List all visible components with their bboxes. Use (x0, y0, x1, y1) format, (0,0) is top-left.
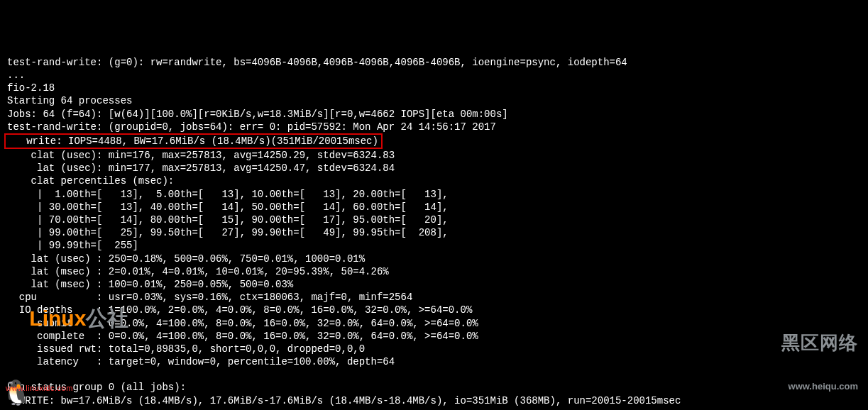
line: lat (usec) : 250=0.18%, 500=0.06%, 750=0… (7, 253, 365, 265)
line: | 30.00th=[ 13], 40.00th=[ 14], 50.00th=… (7, 201, 449, 213)
line: | 1.00th=[ 13], 5.00th=[ 13], 10.00th=[ … (7, 189, 449, 200)
line: complete : 0=0.0%, 4=100.0%, 8=0.0%, 16=… (7, 331, 478, 342)
line: lat (usec): min=177, max=257813, avg=142… (7, 162, 395, 174)
line: fio-2.18 (7, 82, 55, 94)
line: submit : 0=0.0%, 4=100.0%, 8=0.0%, 16=0.… (7, 318, 478, 329)
line: Starting 64 processes (7, 95, 132, 106)
line: | 99.00th=[ 25], 99.50th=[ 27], 99.90th=… (7, 227, 449, 238)
line: latency : target=0, window=0, percentile… (7, 356, 395, 367)
line: test-rand-write: (groupid=0, jobs=64): e… (7, 121, 496, 133)
terminal-output: test-rand-write: (g=0): rw=randwrite, bs… (7, 56, 861, 410)
line: | 70.00th=[ 14], 80.00th=[ 15], 90.00th=… (7, 214, 449, 226)
line: issued rwt: total=0,89835,0, short=0,0,0… (7, 343, 365, 355)
line: clat (usec): min=176, max=257813, avg=14… (7, 150, 395, 161)
line: lat (msec) : 100=0.01%, 250=0.05%, 500=0… (7, 279, 293, 290)
line: cpu : usr=0.03%, sys=0.16%, ctx=180063, … (7, 292, 412, 303)
line: WRITE: bw=17.6MiB/s (18.4MB/s), 17.6MiB/… (7, 395, 681, 406)
line: lat (msec) : 2=0.01%, 4=0.01%, 10=0.01%,… (7, 266, 389, 277)
line: Run status group 0 (all jobs): (7, 382, 186, 393)
line: test-rand-write: (g=0): rw=randwrite, bs… (7, 57, 627, 68)
highlighted-write-line: write: IOPS=4488, BW=17.6MiB/s (18.4MB/s… (4, 133, 383, 149)
line: Jobs: 64 (f=64): [w(64)][100.0%][r=0KiB/… (7, 109, 508, 120)
line: IO depths : 1=100.0%, 2=0.0%, 4=0.0%, 8=… (7, 304, 472, 316)
line: | 99.99th=[ 255] (7, 240, 138, 251)
line: ... (7, 70, 25, 81)
line: clat percentiles (msec): (7, 175, 174, 187)
